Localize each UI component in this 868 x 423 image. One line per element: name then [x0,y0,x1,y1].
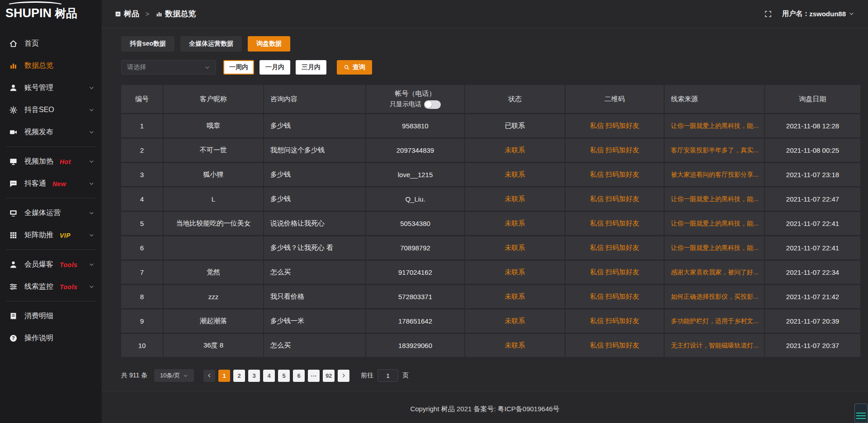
cell-date: 2021-11-08 00:25 [765,139,860,162]
col-qrcode: 二维码 [566,85,664,113]
username-label: 用户名： [782,9,809,18]
query-button[interactable]: 查询 [337,60,372,75]
goto-page-input[interactable]: 1 [377,369,398,382]
cell-qr-links[interactable]: 私信 扫码加好友 [566,139,664,162]
sidebar-item[interactable]: 会员爆客 Tools [0,254,102,276]
cell-status: 未联系 [465,212,565,235]
sidebar-item-badge: Tools [60,283,77,291]
cell-id: 2 [121,139,163,162]
cell-qr-links[interactable]: 私信 扫码加好友 [566,114,664,137]
cell-qr-links[interactable]: 私信 扫码加好友 [566,236,664,259]
sidebar-item[interactable]: 抖音SEO [0,99,102,121]
sidebar-item-badge: Hot [60,158,71,165]
sidebar-item[interactable]: 消费明细 [0,305,102,327]
cell-content: 多少钱 [264,163,365,186]
cell-id: 10 [121,334,163,357]
cell-account: 178651642 [366,310,464,333]
widget-lines [856,413,866,421]
page-number-button[interactable]: 3 [248,370,260,382]
cell-status: 未联系 [465,334,565,357]
filter-select[interactable]: 请选择 [121,60,216,75]
cell-nickname: 36度 8 [164,334,263,357]
cell-source-link[interactable]: 让你一眼就爱上的黑科技，能... [665,188,764,211]
phone-only-toggle[interactable] [424,100,441,109]
chevron-right-icon [341,373,346,378]
table-row: 4 L 多少钱 Q_Liu. 未联系 私信 扫码加好友 让你一眼就爱上的黑科技，… [121,188,860,211]
table-row: 9 潮起潮落 多少钱一米 178651642 未联系 私信 扫码加好友 多功能护… [121,310,860,333]
cell-source-link[interactable]: 无主灯设计，智能磁吸轨道灯... [665,334,764,357]
sidebar-item[interactable]: 首页 [0,33,102,55]
page-number-button[interactable]: 2 [233,370,245,382]
sidebar-item[interactable]: 视频发布 [0,121,102,143]
cell-content: 怎么买 [264,261,365,284]
page-number-button[interactable]: 92 [323,370,335,382]
page-number-button[interactable]: 6 [293,370,305,382]
sidebar-item[interactable]: 数据总览 [0,55,102,77]
cell-qr-links[interactable]: 私信 扫码加好友 [566,310,664,333]
chevron-down-icon [849,11,854,17]
cell-qr-links[interactable]: 私信 扫码加好友 [566,334,664,357]
cell-source-link[interactable]: 被大家追着问的客厅投影分享... [665,163,764,186]
breadcrumb-page: 数据总览 [165,9,196,19]
cell-source-link[interactable]: 让你一眼就爱上的黑科技，能... [665,236,764,259]
table-row: 7 觉然 怎么买 917024162 未联系 私信 扫码加好友 感谢大家喜欢我家… [121,261,860,284]
cell-source-link[interactable]: 多功能护栏灯，适用于乡村文... [665,310,764,333]
period-button[interactable]: 一月内 [259,60,290,75]
cell-source-link[interactable]: 感谢大家喜欢我家，被问了好... [665,261,764,284]
sliders-icon [9,282,18,291]
tab[interactable]: 询盘数据 [248,36,290,52]
table-row: 6 多少钱？让我死心 看 70898792 未联系 私信 扫码加好友 让你一眼就… [121,236,860,259]
next-page-button[interactable] [338,370,349,382]
sidebar-item[interactable]: 矩阵助推 VIP [0,224,102,246]
sidebar-item-badge: Tools [60,261,77,268]
cell-content: 多少钱 [264,114,365,137]
sidebar-item-badge: VIP [60,232,71,239]
breadcrumb-app[interactable]: 树品 [124,9,139,19]
sidebar: SHUPIN 树品 首页 数据总览 账号管理 [0,0,102,423]
sidebar-item-label: 抖客通 [24,179,46,188]
page-number-button[interactable]: 5 [278,370,290,382]
filter-bar: 请选择 一周内 一月内 三月内 [121,60,868,75]
cell-date: 2021-11-07 22:34 [765,261,860,284]
sidebar-item[interactable]: 视频加热 Hot [0,150,102,173]
sidebar-item[interactable]: 操作说明 [0,327,102,349]
sidebar-item[interactable]: 账号管理 [0,77,102,99]
page-number-button[interactable]: ··· [308,370,320,382]
floating-widget[interactable] [854,404,868,423]
sidebar-item-label: 抖音SEO [24,105,54,115]
sidebar-item[interactable]: 抖客通 New [0,173,102,195]
user-menu[interactable]: 用户名： zswodun88 [782,9,854,18]
cell-id: 5 [121,212,163,235]
tab[interactable]: 全媒体运营数据 [180,36,242,52]
period-button[interactable]: 三月内 [296,60,326,75]
cell-qr-links[interactable]: 私信 扫码加好友 [566,188,664,211]
cell-source-link[interactable]: 客厅安装投影半年多了，真实... [665,139,764,162]
cell-account: 572803371 [366,285,464,308]
logo-arc [6,1,64,9]
cell-qr-links[interactable]: 私信 扫码加好友 [566,212,664,235]
chevron-down-icon [89,262,94,268]
cell-source-link[interactable]: 如何正确选择投影仪，买投影... [665,285,764,308]
period-button[interactable]: 一周内 [223,60,254,75]
page-number-button[interactable]: 4 [263,370,275,382]
fullscreen-icon[interactable] [764,10,772,18]
sidebar-item-label: 视频发布 [24,127,53,137]
prev-page-button[interactable] [203,370,215,382]
sidebar-item-label: 消费明细 [24,311,53,321]
sidebar-item[interactable]: 线索监控 Tools [0,276,102,298]
cell-status: 未联系 [465,188,565,211]
sidebar-item[interactable]: 全媒体运营 [0,202,102,224]
page-size-select[interactable]: 10条/页 [154,369,194,382]
cell-qr-links[interactable]: 私信 扫码加好友 [566,261,664,284]
cell-qr-links[interactable]: 私信 扫码加好友 [566,163,664,186]
cell-source-link[interactable]: 让你一眼就爱上的黑科技，能... [665,212,764,235]
sidebar-item-label: 数据总览 [24,61,53,70]
cell-source-link[interactable]: 让你一眼就爱上的黑科技，能... [665,114,764,137]
monitor-icon [9,157,18,166]
cell-date: 2021-11-07 20:39 [765,310,860,333]
table-body: 1 哦章 多少钱 9583810 已联系 私信 扫码加好友 让你一眼就爱上的黑科… [121,114,860,357]
cell-qr-links[interactable]: 私信 扫码加好友 [566,285,664,308]
cell-content: 说说价格让我死心 [264,212,365,235]
tab[interactable]: 抖音seo数据 [121,36,175,52]
page-number-button[interactable]: 1 [218,370,230,382]
